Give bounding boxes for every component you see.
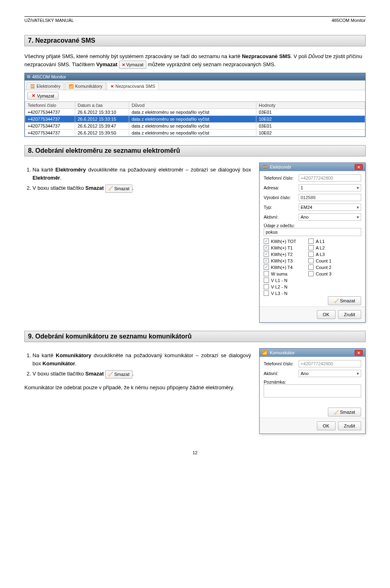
dialog-elektromer: 🧮Elektroměr × Telefonní číslo:+420777242…: [259, 163, 366, 323]
zrusit-button[interactable]: Zrušit: [338, 310, 362, 319]
typ-select[interactable]: EM24: [299, 204, 361, 211]
tab-nezpracovana-sms[interactable]: ✕Nezpracovaná SMS: [107, 82, 159, 90]
section-9-note: Komunikátor lze odebrat pouze v případě,…: [24, 384, 251, 392]
phone-field[interactable]: +420777242800: [299, 360, 361, 367]
col-reason[interactable]: Důvod: [129, 102, 256, 109]
ok-button[interactable]: OK: [317, 310, 336, 319]
vymazat-button[interactable]: ✕Vymazat: [27, 92, 58, 100]
checkbox-label: A L1: [316, 239, 325, 244]
checkbox-row[interactable]: Count 2: [308, 265, 332, 270]
x-icon: ✕: [32, 93, 35, 98]
cell-reason: data z elektroměru se nepodařilo vyčíst: [129, 116, 256, 123]
checkbox-icon: [264, 278, 269, 283]
checkbox-label: KWh(+) T2: [271, 252, 292, 257]
poznamka-textarea[interactable]: [264, 384, 361, 397]
checkbox-icon: [264, 284, 269, 289]
col-phone[interactable]: Telefonní číslo: [25, 102, 75, 109]
table-row[interactable]: +42077534473726.6.2012 15:39:50data z el…: [25, 130, 365, 137]
checkbox-row[interactable]: A L1: [308, 239, 332, 244]
vyrobni-label: Výrobní číslo:: [264, 195, 296, 200]
tab-row: 🧮Elektroměry 📶Komunikátory ✕Nezpracovaná…: [25, 80, 365, 90]
section-7-title: 7. Nezpracované SMS: [24, 35, 366, 46]
table-row[interactable]: +42077534473726.6.2012 15:39:47data z el…: [25, 123, 365, 130]
app-window: ⧉ 485COM Monitor 🧮Elektroměry 📶Komunikát…: [24, 73, 366, 137]
checkbox-row[interactable]: A L2: [308, 245, 332, 250]
dialog-komunikator: 📶Komunikátor × Telefonní číslo:+42077724…: [259, 348, 366, 434]
cell-date: 26.6.2012 15:39:50: [75, 130, 129, 137]
tab-elektromery[interactable]: 🧮Elektroměry: [26, 82, 64, 90]
typ-label: Typ:: [264, 205, 296, 210]
udaje-textarea[interactable]: pokus: [264, 228, 361, 236]
list-item: Na kartě Komunikátory dvouklikněte na po…: [32, 351, 251, 367]
checkbox-row[interactable]: Count 1: [308, 258, 332, 263]
smazat-button-inline: 🧹Smazat: [105, 184, 132, 193]
tab-komunikatory[interactable]: 📶Komunikátory: [65, 82, 106, 90]
table-row[interactable]: +42077534473726.6.2012 15:33:15data z el…: [25, 116, 365, 123]
section-7-paragraph: Všechny přijaté SMS, které nemohly být s…: [24, 52, 366, 69]
checkbox-icon: ✓: [264, 252, 269, 257]
cell-phone: +420775344737: [25, 109, 75, 116]
checkbox-row[interactable]: ✓KWh(+) TOT: [264, 239, 296, 244]
checkbox-row[interactable]: ✓KWh(+) T3: [264, 258, 296, 263]
checkbox-icon: ✓: [264, 245, 269, 250]
table-row[interactable]: +42077534473726.6.2012 15:33:10data z el…: [25, 109, 365, 116]
col-values[interactable]: Hodnoty: [256, 102, 365, 109]
checkbox-row[interactable]: ✓KWh(+) T1: [264, 245, 296, 250]
phone-icon: 📶: [69, 84, 74, 89]
cell-values: 10E02: [256, 130, 365, 137]
checkbox-icon: [308, 258, 314, 263]
phone-field[interactable]: +420777242800: [299, 174, 361, 182]
close-button[interactable]: ×: [355, 350, 363, 356]
checkbox-icon: [308, 265, 314, 270]
checkbox-icon: [308, 239, 314, 244]
section-9-title: 9. Odebrání komunikátoru ze seznamu komu…: [24, 331, 366, 342]
aktivni-select[interactable]: Ano: [299, 370, 361, 377]
dialog-titlebar: 🧮Elektroměr ×: [260, 163, 365, 171]
checkbox-label: KWh(+) T4: [271, 265, 292, 270]
vyrobni-field[interactable]: 012589: [299, 194, 361, 201]
cell-reason: data z elektroměru se nepodařilo vyčíst: [129, 109, 256, 116]
checkbox-icon: [264, 271, 269, 276]
smazat-button[interactable]: Smazat: [328, 296, 361, 305]
checkbox-row[interactable]: V L1 - N: [264, 278, 296, 283]
checkbox-icon: [264, 291, 269, 296]
checkbox-icon: ✓: [264, 258, 269, 263]
checkbox-icon: [308, 271, 314, 276]
app-title-text: 485COM Monitor: [32, 74, 66, 79]
phone-icon: 📶: [262, 350, 268, 356]
checkbox-label: Count 2: [316, 265, 332, 270]
smazat-button[interactable]: Smazat: [328, 408, 361, 417]
meter-icon: 🧮: [262, 165, 268, 170]
checkbox-row[interactable]: Count 3: [308, 271, 332, 276]
checkbox-label: KWh(+) T1: [271, 245, 292, 250]
poznamka-label: Poznámka:: [264, 380, 286, 384]
cell-values: 03E01: [256, 109, 365, 116]
checkbox-row[interactable]: A L3: [308, 252, 332, 257]
checkbox-label: Count 1: [316, 258, 332, 263]
checkbox-icon: ✓: [264, 239, 269, 244]
adresa-select[interactable]: 1: [299, 184, 361, 191]
aktivni-select[interactable]: Ano: [299, 213, 361, 221]
close-button[interactable]: ×: [355, 164, 363, 170]
table-header-row: Telefonní číslo Datum a čas Důvod Hodnot…: [25, 102, 365, 109]
zrusit-button[interactable]: Zrušit: [338, 421, 362, 430]
cell-reason: data z elektroměru se nepodařilo vyčíst: [129, 123, 256, 130]
checkbox-row[interactable]: V L2 - N: [264, 284, 296, 289]
cell-phone: +420775344737: [25, 130, 75, 137]
checkbox-row[interactable]: W suma: [264, 271, 296, 276]
checkbox-label: A L2: [316, 245, 325, 250]
checkbox-row[interactable]: ✓KWh(+) T4: [264, 265, 296, 270]
ok-button[interactable]: OK: [317, 421, 336, 430]
col-date[interactable]: Datum a čas: [75, 102, 129, 109]
checkbox-label: A L3: [316, 252, 325, 257]
section-9-steps: Na kartě Komunikátory dvouklikněte na po…: [24, 351, 251, 378]
toolbar: ✕Vymazat: [25, 90, 365, 102]
section-8-title: 8. Odebrání elektroměru ze seznamu elekt…: [24, 145, 366, 156]
phone-label: Telefonní číslo:: [264, 176, 296, 180]
cell-values: 10E02: [256, 116, 365, 123]
dialog-titlebar: 📶Komunikátor ×: [260, 349, 365, 357]
vymazat-button-inline: ✕Vymazat: [119, 61, 146, 69]
header-left: UŽIVATELSKÝ MANUÁL: [24, 18, 74, 23]
checkbox-row[interactable]: ✓KWh(+) T2: [264, 252, 296, 257]
checkbox-row[interactable]: V L3 - N: [264, 291, 296, 296]
